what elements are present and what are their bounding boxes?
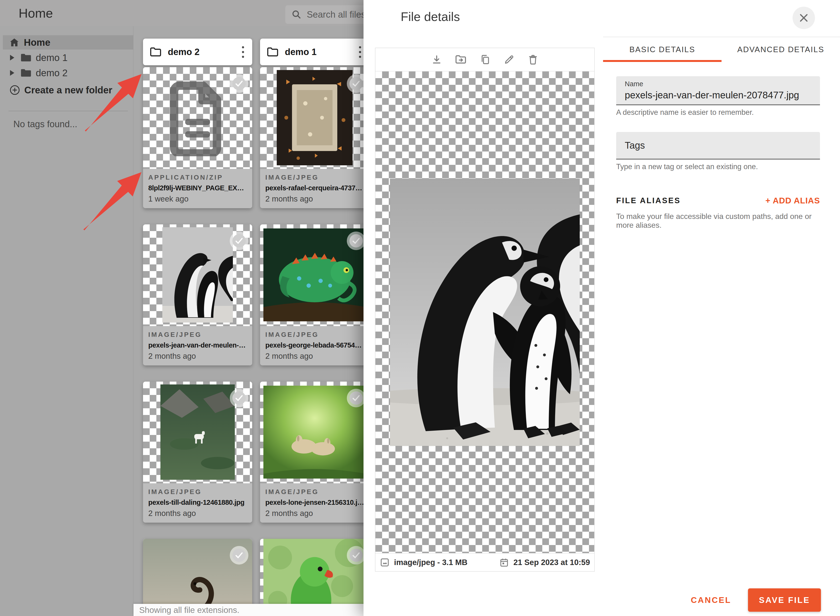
file-type-size: image/jpeg - 3.1 MB bbox=[380, 557, 468, 568]
folder-icon bbox=[21, 68, 31, 78]
file-type: IMAGE/JPEG bbox=[265, 174, 365, 181]
file-card-penguins[interactable]: IMAGE/JPEG pexels-jean-van-der-meulen-20… bbox=[143, 224, 252, 365]
sidebar-divider bbox=[9, 111, 128, 111]
file-aliases-heading: FILE ALIASES bbox=[616, 196, 681, 205]
file-name: pexels-rafael-cerqueira-4737508.jpg bbox=[265, 184, 365, 192]
details-panel: BASIC DETAILS ADVANCED DETAILS Name pexe… bbox=[603, 37, 840, 230]
file-thumbnail[interactable] bbox=[143, 67, 252, 169]
preview-toolbar bbox=[375, 48, 594, 72]
sidebar-item-label: demo 1 bbox=[36, 53, 68, 63]
file-thumbnail[interactable] bbox=[260, 381, 369, 483]
file-card-moths[interactable]: IMAGE/JPEG pexels-rafael-cerqueira-47375… bbox=[260, 67, 369, 208]
sidebar-item-home[interactable]: Home bbox=[3, 35, 134, 50]
copy-icon[interactable] bbox=[480, 54, 491, 65]
name-field-value: pexels-jean-van-der-meulen-2078477.jpg bbox=[625, 90, 811, 101]
home-icon bbox=[9, 37, 19, 48]
file-age: 1 week ago bbox=[148, 194, 248, 204]
download-icon[interactable] bbox=[431, 54, 442, 65]
select-checkbox[interactable] bbox=[347, 546, 365, 565]
file-thumbnail[interactable] bbox=[260, 67, 369, 169]
save-file-button[interactable]: SAVE FILE bbox=[748, 588, 821, 612]
kebab-menu-icon[interactable] bbox=[241, 45, 246, 59]
file-name: pexels-lone-jensen-2156310.jpg bbox=[265, 499, 365, 506]
file-preview-panel: image/jpeg - 3.1 MB 21 Sep 2023 at 10:59 bbox=[375, 48, 595, 572]
select-checkbox[interactable] bbox=[230, 546, 249, 565]
calendar-icon bbox=[499, 557, 509, 568]
folder-card-demo2[interactable]: demo 2 bbox=[143, 38, 252, 65]
file-details-drawer: File details bbox=[363, 0, 840, 616]
select-checkbox[interactable] bbox=[347, 232, 365, 250]
folder-name: demo 1 bbox=[285, 47, 357, 57]
select-checkbox[interactable] bbox=[347, 74, 365, 93]
file-age: 2 months ago bbox=[265, 352, 365, 361]
drawer-actions: CANCEL SAVE FILE bbox=[691, 588, 821, 612]
folder-outline-icon bbox=[150, 47, 162, 57]
file-type: IMAGE/JPEG bbox=[265, 488, 365, 496]
cancel-button[interactable]: CANCEL bbox=[691, 595, 731, 605]
tab-basic-details[interactable]: BASIC DETAILS bbox=[603, 37, 722, 62]
file-aliases-section: FILE ALIASES + ADD ALIAS bbox=[616, 196, 820, 205]
file-card-chameleon[interactable]: IMAGE/JPEG pexels-george-lebada-567540.j… bbox=[260, 224, 369, 365]
file-type: APPLICATION/ZIP bbox=[148, 174, 248, 181]
sidebar-item-label: demo 2 bbox=[36, 67, 68, 78]
file-name: pexels-till-daling-12461880.jpg bbox=[148, 499, 248, 506]
kebab-menu-icon[interactable] bbox=[357, 45, 363, 59]
edit-icon[interactable] bbox=[504, 54, 515, 65]
file-type: IMAGE/JPEG bbox=[148, 488, 248, 496]
search-icon bbox=[291, 10, 302, 19]
file-meta: IMAGE/JPEG pexels-rafael-cerqueira-47375… bbox=[260, 169, 369, 208]
add-alias-button[interactable]: + ADD ALIAS bbox=[765, 196, 820, 205]
chevron-right-icon[interactable] bbox=[10, 70, 14, 76]
create-new-folder-button[interactable]: Create a new folder bbox=[0, 83, 131, 97]
preview-image-penguins bbox=[390, 179, 580, 446]
file-thumbnail[interactable] bbox=[143, 224, 252, 326]
select-checkbox[interactable] bbox=[347, 389, 365, 407]
folder-icon bbox=[21, 53, 31, 62]
file-meta: IMAGE/JPEG pexels-george-lebada-567540.j… bbox=[260, 326, 369, 365]
file-card-goat[interactable]: IMAGE/JPEG pexels-till-daling-12461880.j… bbox=[143, 381, 252, 523]
close-button[interactable] bbox=[793, 7, 815, 29]
name-field-helper: A descriptive name is easier to remember… bbox=[616, 108, 820, 117]
close-icon bbox=[798, 12, 809, 23]
file-card-zip[interactable]: APPLICATION/ZIP 8lpl2f9lj-WEBINY_PAGE_EX… bbox=[143, 67, 252, 208]
select-checkbox[interactable] bbox=[230, 232, 249, 250]
tags-field-label: Tags bbox=[625, 140, 645, 151]
folder-card-demo1[interactable]: demo 1 bbox=[260, 38, 369, 65]
select-checkbox[interactable] bbox=[230, 74, 249, 93]
tab-advanced-details[interactable]: ADVANCED DETAILS bbox=[722, 37, 840, 62]
file-thumbnail[interactable] bbox=[260, 224, 369, 326]
file-card-rabbits[interactable]: IMAGE/JPEG pexels-lone-jensen-2156310.jp… bbox=[260, 381, 369, 523]
file-name: pexels-jean-van-der-meulen-2078… bbox=[148, 341, 248, 349]
move-to-folder-icon[interactable] bbox=[455, 54, 467, 65]
file-type: IMAGE/JPEG bbox=[265, 331, 365, 339]
file-meta: IMAGE/JPEG pexels-lone-jensen-2156310.jp… bbox=[260, 483, 369, 523]
file-aliases-helper: To make your file accessible via custom … bbox=[616, 212, 820, 230]
no-tags-message: No tags found... bbox=[13, 119, 77, 129]
tags-field[interactable]: Tags bbox=[616, 132, 820, 160]
file-manager-screen: Home Search all files Home demo 1 bbox=[0, 0, 840, 616]
search-placeholder: Search all files bbox=[307, 10, 366, 20]
sidebar-item-label: Home bbox=[24, 37, 50, 48]
file-meta: IMAGE/JPEG pexels-jean-van-der-meulen-20… bbox=[143, 326, 252, 365]
name-field[interactable]: Name pexels-jean-van-der-meulen-2078477.… bbox=[616, 76, 820, 105]
details-tabs: BASIC DETAILS ADVANCED DETAILS bbox=[603, 37, 840, 62]
file-type: IMAGE/JPEG bbox=[148, 331, 248, 339]
sidebar-item-demo2[interactable]: demo 2 bbox=[0, 66, 131, 80]
file-thumbnail[interactable] bbox=[143, 381, 252, 483]
image-icon bbox=[380, 557, 390, 568]
file-name: 8lpl2f9lj-WEBINY_PAGE_EXPORT.zip bbox=[148, 184, 248, 192]
chevron-right-icon[interactable] bbox=[10, 55, 14, 60]
sidebar-item-demo1[interactable]: demo 1 bbox=[0, 50, 131, 65]
create-folder-label: Create a new folder bbox=[24, 85, 112, 95]
file-meta: APPLICATION/ZIP 8lpl2f9lj-WEBINY_PAGE_EX… bbox=[143, 169, 252, 208]
select-checkbox[interactable] bbox=[230, 389, 249, 407]
delete-icon[interactable] bbox=[528, 54, 538, 65]
name-field-label: Name bbox=[625, 80, 811, 88]
thumbnail-art bbox=[162, 227, 233, 324]
thumbnail-art bbox=[160, 384, 235, 481]
add-circle-icon bbox=[10, 85, 20, 95]
file-age: 2 months ago bbox=[148, 509, 248, 518]
page-title: Home bbox=[19, 6, 53, 21]
folder-name: demo 2 bbox=[168, 47, 241, 57]
file-age: 2 months ago bbox=[265, 194, 365, 204]
